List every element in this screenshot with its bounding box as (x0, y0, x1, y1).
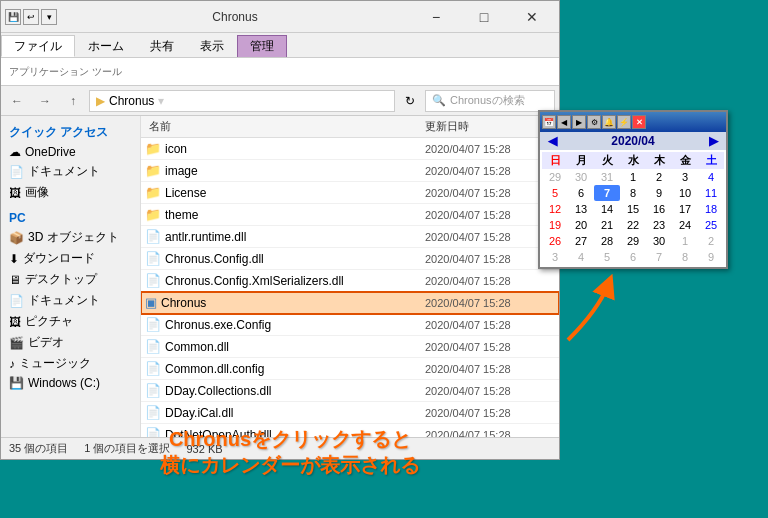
file-name: Chronus.Config.XmlSerializers.dll (165, 274, 425, 288)
tab-share[interactable]: 共有 (137, 35, 187, 57)
sidebar-item-documents[interactable]: 📄 ドキュメント (1, 161, 140, 182)
cal-icon-2[interactable]: ◀ (557, 115, 571, 129)
calendar-day[interactable]: 15 (620, 201, 646, 217)
maximize-button[interactable]: □ (461, 2, 507, 32)
cal-icon-6[interactable]: ⚡ (617, 115, 631, 129)
calendar-day[interactable]: 7 (646, 249, 672, 265)
table-row[interactable]: 📄Common.dll2020/04/07 15:28 (141, 336, 559, 358)
file-name: License (165, 186, 425, 200)
calendar-day[interactable]: 3 (672, 169, 698, 185)
sidebar-item-onedrive[interactable]: ☁ OneDrive (1, 143, 140, 161)
address-path[interactable]: ▶ Chronus ▾ (89, 90, 395, 112)
cal-icon-1[interactable]: 📅 (542, 115, 556, 129)
calendar-day[interactable]: 2 (646, 169, 672, 185)
calendar-day[interactable]: 11 (698, 185, 724, 201)
calendar-day[interactable]: 21 (594, 217, 620, 233)
calendar-day[interactable]: 5 (594, 249, 620, 265)
sidebar-item-pictures[interactable]: 🖼 ピクチャ (1, 311, 140, 332)
calendar-day[interactable]: 4 (568, 249, 594, 265)
calendar-day[interactable]: 29 (620, 233, 646, 249)
calendar-day[interactable]: 19 (542, 217, 568, 233)
cal-next-button[interactable]: ▶ (705, 134, 722, 148)
annotation-line1: Chronusをクリックすると (160, 426, 420, 452)
tab-view[interactable]: 表示 (187, 35, 237, 57)
calendar-day[interactable]: 1 (620, 169, 646, 185)
calendar-day[interactable]: 27 (568, 233, 594, 249)
table-row[interactable]: 📄Chronus.Config.XmlSerializers.dll2020/0… (141, 270, 559, 292)
video-icon: 🎬 (9, 336, 24, 350)
calendar-day[interactable]: 17 (672, 201, 698, 217)
sidebar-item-docs2[interactable]: 📄 ドキュメント (1, 290, 140, 311)
save-button[interactable]: 💾 (5, 9, 21, 25)
refresh-button[interactable]: ↻ (399, 90, 421, 112)
calendar-day[interactable]: 6 (620, 249, 646, 265)
menu-button[interactable]: ▾ (41, 9, 57, 25)
search-box[interactable]: 🔍 Chronusの検索 (425, 90, 555, 112)
calendar-day[interactable]: 30 (568, 169, 594, 185)
calendar-day[interactable]: 28 (594, 233, 620, 249)
table-row[interactable]: ▣Chronus2020/04/07 15:28 (141, 292, 559, 314)
table-row[interactable]: 📁icon2020/04/07 15:28 (141, 138, 559, 160)
calendar-day[interactable]: 3 (542, 249, 568, 265)
sidebar-item-video[interactable]: 🎬 ビデオ (1, 332, 140, 353)
cal-prev-button[interactable]: ◀ (544, 134, 561, 148)
calendar-widget: 📅 ◀ ▶ ⚙ 🔔 ⚡ ✕ ◀ 2020/04 ▶ 日 月 火 水 木 金 土 … (538, 110, 728, 269)
minimize-button[interactable]: − (413, 2, 459, 32)
calendar-day[interactable]: 5 (542, 185, 568, 201)
calendar-day[interactable]: 9 (646, 185, 672, 201)
file-icon: 📄 (145, 273, 161, 288)
calendar-day[interactable]: 20 (568, 217, 594, 233)
calendar-day[interactable]: 2 (698, 233, 724, 249)
col-date[interactable]: 更新日時 (425, 119, 555, 134)
calendar-day[interactable]: 1 (672, 233, 698, 249)
calendar-day[interactable]: 4 (698, 169, 724, 185)
table-row[interactable]: 📁theme2020/04/07 15:28 (141, 204, 559, 226)
cal-icon-4[interactable]: ⚙ (587, 115, 601, 129)
calendar-day[interactable]: 24 (672, 217, 698, 233)
tab-home[interactable]: ホーム (75, 35, 137, 57)
table-row[interactable]: 📄DDay.iCal.dll2020/04/07 15:28 (141, 402, 559, 424)
table-row[interactable]: 📄Chronus.exe.Config2020/04/07 15:28 (141, 314, 559, 336)
calendar-day[interactable]: 30 (646, 233, 672, 249)
close-button[interactable]: ✕ (509, 2, 555, 32)
col-name[interactable]: 名前 (145, 119, 425, 134)
calendar-day[interactable]: 13 (568, 201, 594, 217)
sidebar-item-3d[interactable]: 📦 3D オブジェクト (1, 227, 140, 248)
calendar-day[interactable]: 26 (542, 233, 568, 249)
back-button[interactable]: ← (5, 89, 29, 113)
sidebar-item-desktop[interactable]: 🖥 デスクトップ (1, 269, 140, 290)
calendar-day[interactable]: 18 (698, 201, 724, 217)
tab-file[interactable]: ファイル (1, 35, 75, 57)
calendar-day[interactable]: 7 (594, 185, 620, 201)
calendar-day[interactable]: 14 (594, 201, 620, 217)
cal-icon-3[interactable]: ▶ (572, 115, 586, 129)
calendar-day[interactable]: 25 (698, 217, 724, 233)
calendar-day[interactable]: 10 (672, 185, 698, 201)
up-button[interactable]: ↑ (61, 89, 85, 113)
sidebar-item-downloads[interactable]: ⬇ ダウンロード (1, 248, 140, 269)
table-row[interactable]: 📄DDay.Collections.dll2020/04/07 15:28 (141, 380, 559, 402)
undo-button[interactable]: ↩ (23, 9, 39, 25)
table-row[interactable]: 📄antlr.runtime.dll2020/04/07 15:28 (141, 226, 559, 248)
table-row[interactable]: 📄Chronus.Config.dll2020/04/07 15:28 (141, 248, 559, 270)
cal-close-button[interactable]: ✕ (632, 115, 646, 129)
calendar-day[interactable]: 9 (698, 249, 724, 265)
table-row[interactable]: 📁image2020/04/07 15:28 (141, 160, 559, 182)
calendar-day[interactable]: 8 (672, 249, 698, 265)
sidebar-item-images[interactable]: 🖼 画像 (1, 182, 140, 203)
calendar-day[interactable]: 16 (646, 201, 672, 217)
calendar-day[interactable]: 29 (542, 169, 568, 185)
cal-icon-5[interactable]: 🔔 (602, 115, 616, 129)
calendar-day[interactable]: 31 (594, 169, 620, 185)
table-row[interactable]: 📄Common.dll.config2020/04/07 15:28 (141, 358, 559, 380)
calendar-day[interactable]: 8 (620, 185, 646, 201)
table-row[interactable]: 📁License2020/04/07 15:28 (141, 182, 559, 204)
calendar-day[interactable]: 23 (646, 217, 672, 233)
calendar-day[interactable]: 22 (620, 217, 646, 233)
tab-manage[interactable]: 管理 (237, 35, 287, 57)
calendar-day[interactable]: 12 (542, 201, 568, 217)
sidebar-item-music[interactable]: ♪ ミュージック (1, 353, 140, 374)
forward-button[interactable]: → (33, 89, 57, 113)
calendar-day[interactable]: 6 (568, 185, 594, 201)
sidebar-item-windows[interactable]: 💾 Windows (C:) (1, 374, 140, 392)
